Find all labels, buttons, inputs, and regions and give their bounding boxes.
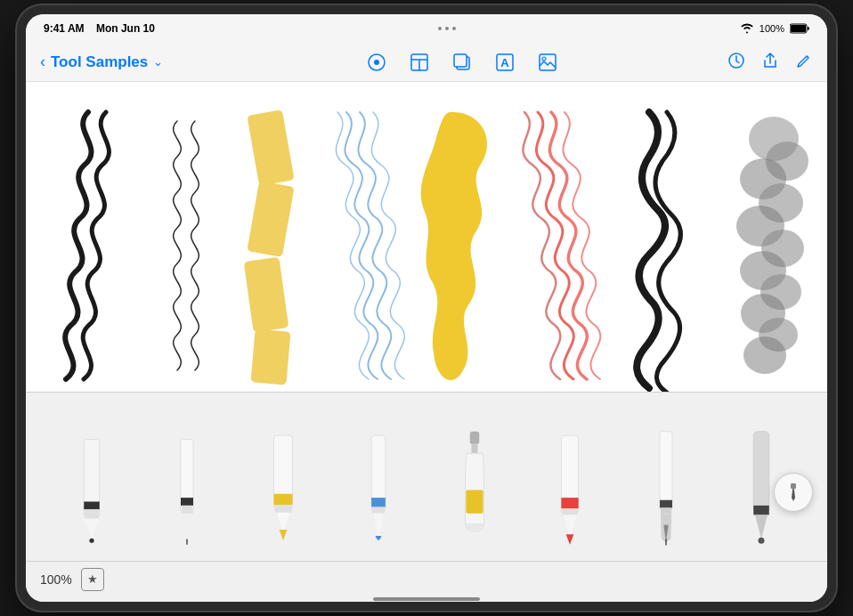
svg-rect-38	[273, 493, 292, 504]
svg-rect-8	[454, 54, 467, 67]
image-tool-button[interactable]	[535, 50, 560, 75]
stroke-yellow-marker	[244, 109, 295, 385]
status-dots	[438, 27, 456, 30]
tool-marker[interactable]	[235, 406, 331, 548]
time-label: 9:41 AM	[44, 22, 85, 35]
svg-point-12	[542, 57, 546, 61]
svg-rect-14	[247, 109, 294, 186]
edit-button[interactable]	[795, 52, 813, 73]
svg-rect-51	[660, 499, 672, 507]
svg-point-28	[743, 336, 786, 374]
svg-rect-34	[181, 498, 193, 506]
bottom-bar: 100% ★	[26, 561, 827, 596]
tool-crayon[interactable]	[523, 406, 619, 548]
battery-percentage: 100%	[760, 23, 784, 34]
star-icon: ★	[87, 572, 98, 586]
home-bar	[373, 597, 480, 601]
undo-button[interactable]	[727, 52, 745, 73]
stroke-calligraphy	[637, 112, 680, 392]
home-indicator	[26, 596, 827, 602]
date-label: Mon Jun 10	[96, 22, 155, 35]
svg-text:A: A	[500, 56, 509, 69]
layers-tool-button[interactable]	[450, 50, 475, 75]
share-button[interactable]	[761, 52, 779, 73]
status-time: 9:41 AM Mon Jun 10	[44, 22, 155, 35]
svg-point-32	[89, 538, 93, 542]
toolbar-area	[26, 392, 827, 561]
svg-rect-49	[563, 508, 579, 515]
tool-paint-bottle[interactable]	[426, 406, 523, 548]
svg-rect-45	[466, 490, 483, 513]
nav-bar: ‹ Tool Samples ⌄	[26, 43, 827, 82]
svg-rect-52	[661, 507, 671, 514]
nav-title[interactable]: Tool Samples	[51, 53, 148, 71]
wifi-icon	[740, 23, 754, 34]
text-tool-button[interactable]: A	[492, 50, 517, 75]
ipad-screen: 9:41 AM Mon Jun 10 100%	[26, 14, 827, 602]
favorites-button[interactable]: ★	[81, 568, 104, 591]
layout-tool-button[interactable]	[407, 50, 432, 75]
stroke-blue-pencil	[336, 112, 404, 379]
svg-rect-42	[372, 507, 385, 513]
tool-calligraphy[interactable]	[618, 406, 714, 548]
svg-rect-11	[540, 54, 556, 70]
svg-rect-17	[250, 328, 290, 385]
dot2	[445, 27, 449, 30]
svg-rect-46	[465, 523, 483, 530]
canvas-area[interactable]	[26, 82, 827, 392]
canvas-svg	[26, 82, 827, 392]
stroke-fineliner-loops	[174, 121, 199, 370]
chevron-down-icon[interactable]: ⌄	[153, 55, 163, 69]
svg-rect-39	[274, 505, 291, 513]
stroke-yellow-paint	[421, 112, 487, 380]
svg-point-56	[759, 537, 765, 543]
dot1	[438, 27, 442, 30]
svg-rect-48	[562, 498, 579, 508]
tool-pencil[interactable]	[44, 406, 140, 548]
tool-fineliner[interactable]	[140, 406, 236, 548]
tool-brush[interactable]	[331, 406, 427, 548]
stroke-red-crayon	[523, 112, 600, 379]
svg-rect-30	[84, 501, 100, 509]
nav-left: ‹ Tool Samples ⌄	[40, 53, 200, 71]
pencil-tip-button[interactable]	[774, 473, 813, 512]
svg-point-3	[374, 60, 379, 65]
nav-center-tools: A	[200, 50, 724, 75]
svg-rect-43	[470, 431, 480, 443]
nav-right-buttons	[724, 52, 813, 73]
svg-rect-55	[754, 505, 770, 515]
svg-rect-16	[244, 257, 289, 333]
svg-rect-50	[660, 431, 672, 509]
svg-rect-41	[371, 498, 386, 507]
dot3	[452, 27, 456, 30]
svg-rect-31	[85, 509, 99, 519]
status-right: 100%	[740, 23, 809, 34]
svg-rect-44	[471, 443, 477, 453]
back-button[interactable]: ‹	[40, 53, 45, 71]
svg-rect-15	[247, 181, 294, 257]
svg-rect-1	[791, 25, 806, 32]
zoom-level: 100%	[40, 572, 72, 587]
status-bar: 9:41 AM Mon Jun 10 100%	[26, 14, 827, 43]
battery-icon	[790, 23, 809, 34]
svg-rect-35	[182, 505, 192, 513]
stroke-airbrush	[736, 117, 808, 374]
svg-rect-54	[754, 431, 770, 513]
svg-rect-57	[791, 483, 796, 489]
pen-nib-tool-button[interactable]	[364, 50, 389, 75]
stroke-pen-squiggle	[65, 112, 109, 379]
ipad-frame: 9:41 AM Mon Jun 10 100%	[17, 5, 836, 611]
